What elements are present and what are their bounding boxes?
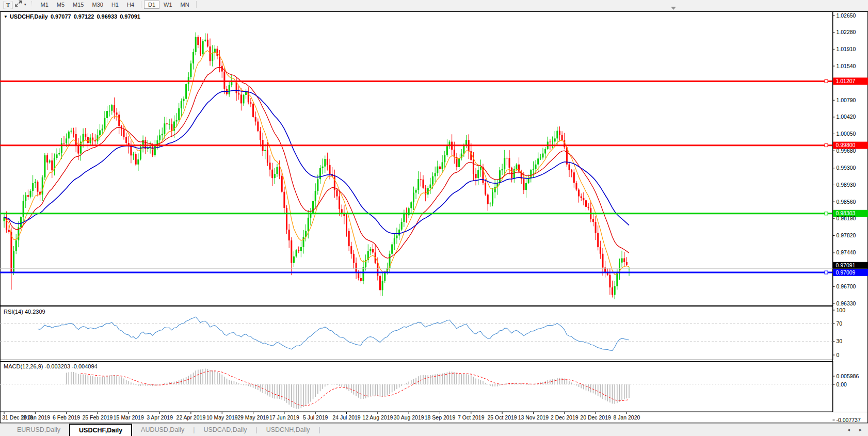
candle-body — [243, 95, 245, 103]
candle-body — [223, 72, 225, 89]
price-tick-label: 1.00790 — [837, 97, 856, 103]
chart-window: 1.012070.998000.983030.970090.970911.026… — [0, 11, 868, 423]
candle-body — [600, 247, 601, 254]
timeframe-button-mn[interactable]: MN — [176, 1, 194, 9]
candle-body — [92, 138, 93, 140]
candle-body — [250, 102, 251, 103]
timeframe-button-h1[interactable]: H1 — [107, 1, 123, 9]
candle-body — [264, 150, 266, 151]
macd-panel[interactable] — [1, 362, 833, 412]
candle-body — [257, 122, 259, 131]
level-price-tag-label: 1.01207 — [836, 78, 856, 84]
tab-usdchf-daily[interactable]: USDCHF,Daily — [69, 424, 132, 436]
tab-usdcnh-daily[interactable]: USDCNH,Daily — [258, 424, 319, 436]
level-line-handle[interactable] — [825, 79, 828, 83]
candle-body — [140, 147, 141, 159]
candle-body — [66, 138, 67, 143]
candle-body — [391, 244, 393, 253]
tab-scroll-right-icon[interactable]: ▸ — [859, 427, 862, 432]
timeframe-button-m1[interactable]: M1 — [37, 1, 53, 9]
candle-body — [401, 222, 403, 230]
candle-body — [423, 180, 424, 188]
timeframe-button-h4[interactable]: H4 — [123, 1, 138, 9]
candle-body — [99, 131, 101, 136]
chart-dropdown-icon[interactable]: ▼ — [4, 14, 8, 19]
tab-usdcad-daily[interactable]: USDCAD,Daily — [195, 424, 255, 436]
candle-body — [621, 259, 623, 263]
timeframe-button-d1[interactable]: D1 — [144, 1, 159, 9]
candle-body — [537, 158, 539, 164]
candle-body — [118, 115, 120, 126]
candle-body — [169, 124, 170, 125]
candle-body — [279, 167, 280, 176]
candle-body — [271, 170, 273, 179]
candle-body — [511, 168, 512, 178]
candle-body — [444, 155, 445, 162]
candle-body — [125, 137, 127, 143]
candle-body — [403, 213, 405, 222]
timeframe-button-m30[interactable]: M30 — [88, 1, 107, 9]
timeframe-button-m5[interactable]: M5 — [53, 1, 69, 9]
price-tick-label: 1.00420 — [837, 114, 856, 120]
candle-body — [502, 169, 503, 171]
candle-body — [315, 191, 316, 201]
candle-body — [442, 162, 443, 169]
candle-body — [255, 117, 256, 122]
candle-body — [597, 233, 599, 247]
candle-body — [216, 49, 218, 56]
candle-body — [293, 256, 295, 263]
candle-body — [44, 155, 45, 177]
tab-scroll-arrows: ◂ ▸ — [847, 423, 862, 436]
candle-body — [63, 143, 65, 143]
candle-body — [276, 167, 278, 174]
candle-body — [267, 150, 268, 163]
scroll-position-marker-icon[interactable] — [671, 7, 676, 10]
candle-body — [542, 154, 544, 158]
candle-body — [162, 134, 163, 136]
candle-body — [56, 154, 58, 158]
candle-body — [58, 153, 60, 154]
ohlc-high-value: 0.97122 — [74, 13, 94, 20]
timeframe-button-m15[interactable]: M15 — [69, 1, 88, 9]
candle-body — [348, 231, 350, 247]
candle-body — [229, 85, 230, 94]
level-line-handle[interactable] — [825, 144, 828, 147]
candle-body — [494, 187, 496, 192]
tab-scroll-left-icon[interactable]: ◂ — [847, 427, 850, 432]
macd-tick-label: 0.005986 — [837, 373, 859, 379]
candle-body — [382, 281, 383, 290]
candle-body — [49, 160, 51, 163]
candle-body — [473, 160, 474, 174]
candle-body — [137, 159, 139, 165]
candle-body — [327, 159, 328, 165]
toolbar-separator — [196, 1, 197, 8]
candle-body — [604, 267, 606, 272]
level-line-handle[interactable] — [825, 271, 828, 274]
tab-eurusd-daily[interactable]: EURUSD,Daily — [8, 424, 69, 436]
price-chart-svg[interactable]: 1.012070.998000.983030.970090.970911.026… — [0, 11, 868, 423]
candle-body — [575, 183, 577, 189]
timeframe-button-w1[interactable]: W1 — [159, 1, 176, 9]
candle-body — [540, 157, 541, 158]
text-label-tool-button[interactable]: T — [3, 1, 13, 9]
candle-body — [154, 146, 156, 155]
candle-body — [240, 94, 242, 103]
candle-body — [489, 204, 491, 204]
toolbar-grip-handle[interactable] — [31, 2, 34, 8]
rsi-tick-label: 30 — [837, 338, 843, 344]
candle-body — [298, 250, 299, 251]
rsi-panel[interactable] — [1, 307, 833, 360]
candle-body — [559, 131, 560, 135]
candle-body — [15, 240, 17, 251]
chart-tab-bar: EURUSD,DailyUSDCHF,DailyAUDUSD,Daily|USD… — [0, 423, 868, 436]
level-line-handle[interactable] — [825, 212, 828, 215]
tab-audusd-daily[interactable]: AUDUSD,Daily — [132, 424, 193, 436]
candle-body — [336, 190, 337, 197]
draw-arrows-button[interactable]: ▾ — [13, 1, 27, 9]
main-price-panel[interactable] — [1, 12, 833, 306]
candle-body — [303, 237, 304, 247]
price-tick-label: 1.00050 — [837, 131, 856, 137]
candle-body — [554, 138, 556, 141]
candle-body — [133, 154, 134, 155]
candle-body — [210, 46, 211, 61]
